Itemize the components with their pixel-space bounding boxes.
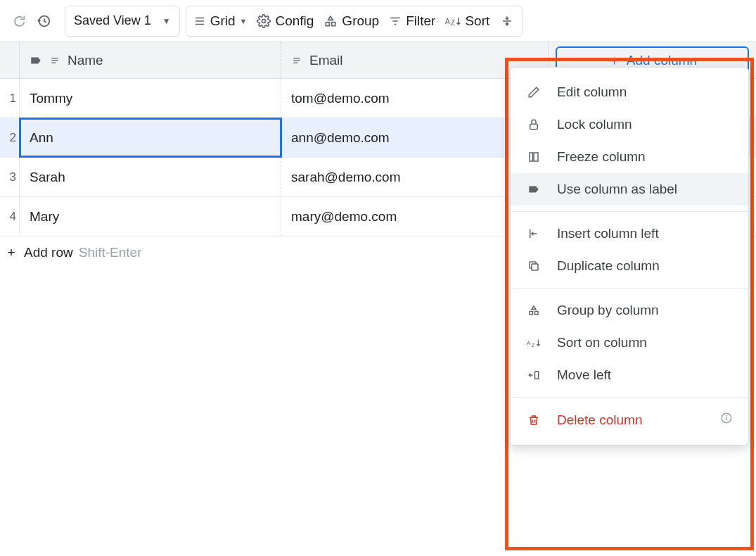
redo-icon[interactable]	[8, 11, 28, 31]
row-number: 4	[0, 197, 20, 236]
menu-item-label: Lock column	[557, 117, 632, 132]
svg-text:Z: Z	[531, 342, 534, 348]
group-label: Group	[342, 13, 379, 29]
svg-text:A: A	[527, 340, 531, 346]
filter-icon	[389, 15, 402, 27]
row-number: 3	[0, 158, 20, 196]
column-name-label: Name	[68, 53, 103, 68]
filter-button[interactable]: Filter	[385, 6, 440, 37]
text-icon	[49, 55, 60, 66]
group-button[interactable]: Group	[319, 6, 383, 37]
menu-separator	[511, 288, 748, 289]
svg-rect-21	[534, 153, 538, 161]
config-label: Config	[275, 13, 314, 29]
chevron-down-icon: ▼	[162, 16, 171, 26]
history-icon[interactable]	[34, 11, 53, 31]
add-row-hint: Shift-Enter	[79, 245, 142, 260]
svg-rect-23	[532, 264, 538, 270]
menu-item-label: Move left	[557, 367, 611, 383]
row-number: 2	[0, 118, 20, 157]
lock-icon	[526, 117, 542, 132]
menu-item-label: Delete column	[557, 412, 642, 428]
cell-email[interactable]: tom@demo.com	[281, 79, 549, 118]
filter-label: Filter	[406, 13, 435, 29]
svg-rect-25	[535, 312, 539, 315]
toolbar: Saved View 1 ▼ Grid ▼ Config Group Filte…	[0, 0, 756, 42]
cell-email[interactable]: ann@demo.com	[281, 118, 549, 157]
sort-button[interactable]: AZ Sort	[441, 6, 494, 37]
svg-rect-24	[530, 312, 533, 315]
menu-freeze-column[interactable]: Freeze column	[511, 141, 748, 173]
gear-icon	[257, 14, 271, 28]
svg-rect-20	[530, 153, 533, 161]
column-header-email[interactable]: Email	[281, 42, 549, 78]
cell-name[interactable]: Sarah	[20, 158, 281, 196]
sort-az-icon: AZ	[445, 15, 461, 27]
menu-separator	[511, 397, 748, 398]
grid-view-button[interactable]: Grid ▼	[189, 6, 252, 37]
menu-insert-left[interactable]: Insert column left	[511, 217, 748, 250]
menu-item-label: Sort on column	[557, 335, 647, 350]
menu-lock-column[interactable]: Lock column	[511, 108, 748, 141]
svg-text:A: A	[445, 17, 450, 25]
group-icon	[526, 303, 542, 318]
svg-point-4	[262, 19, 266, 23]
density-button[interactable]	[495, 6, 519, 37]
menu-use-as-label[interactable]: Use column as label	[511, 173, 748, 206]
menu-item-label: Insert column left	[557, 226, 659, 241]
menu-item-label: Group by column	[557, 303, 659, 318]
svg-point-33	[726, 416, 727, 417]
add-column-label: Add column	[627, 53, 697, 68]
cell-email[interactable]: mary@demo.com	[281, 197, 549, 236]
menu-item-label: Duplicate column	[557, 258, 660, 274]
sort-label: Sort	[465, 13, 489, 29]
plus-icon: +	[4, 245, 18, 260]
config-button[interactable]: Config	[252, 6, 318, 37]
group-icon	[323, 14, 338, 28]
cell-email[interactable]: sarah@demo.com	[281, 158, 549, 196]
menu-sort-on[interactable]: AZ Sort on column	[511, 327, 748, 359]
column-header-name[interactable]: Name	[20, 42, 281, 78]
menu-item-label: Freeze column	[557, 149, 646, 165]
view-picker[interactable]: Saved View 1 ▼	[65, 6, 180, 37]
svg-rect-19	[530, 124, 538, 129]
move-left-icon	[526, 367, 542, 383]
grid-label: Grid	[210, 13, 236, 29]
svg-rect-5	[326, 22, 330, 25]
insert-left-icon	[526, 226, 542, 241]
row-number-header	[0, 42, 20, 78]
svg-rect-6	[332, 22, 335, 25]
column-context-menu: Edit column Lock column Freeze column Us…	[510, 67, 749, 446]
menu-item-label: Edit column	[557, 84, 627, 100]
menu-duplicate[interactable]: Duplicate column	[511, 250, 748, 282]
trash-icon	[526, 412, 542, 428]
cell-name[interactable]: Mary	[20, 197, 281, 236]
svg-rect-28	[535, 372, 539, 379]
sort-az-icon: AZ	[526, 335, 542, 350]
chevron-down-icon: ▼	[240, 17, 248, 25]
menu-separator	[511, 211, 748, 212]
text-icon	[291, 55, 302, 66]
add-row-label: Add row	[24, 245, 73, 260]
list-icon	[193, 15, 206, 27]
info-icon	[720, 412, 733, 428]
menu-move-left[interactable]: Move left	[511, 359, 748, 391]
menu-edit-column[interactable]: Edit column	[511, 76, 748, 108]
duplicate-icon	[526, 258, 542, 274]
menu-item-label: Use column as label	[557, 182, 677, 197]
cell-name[interactable]: Ann	[20, 118, 281, 157]
view-name: Saved View 1	[74, 13, 151, 28]
menu-group-by[interactable]: Group by column	[511, 294, 748, 327]
pencil-icon	[526, 84, 542, 100]
menu-delete-column[interactable]: Delete column	[511, 403, 748, 436]
svg-text:Z: Z	[451, 19, 455, 27]
collapse-icon	[501, 15, 513, 27]
row-number: 1	[0, 79, 20, 118]
toolbar-actions: Grid ▼ Config Group Filter AZ Sort	[186, 6, 523, 37]
freeze-icon	[526, 149, 542, 165]
label-icon	[30, 54, 42, 67]
cell-name[interactable]: Tommy	[20, 79, 281, 118]
label-icon	[526, 182, 542, 197]
column-email-label: Email	[309, 53, 343, 68]
